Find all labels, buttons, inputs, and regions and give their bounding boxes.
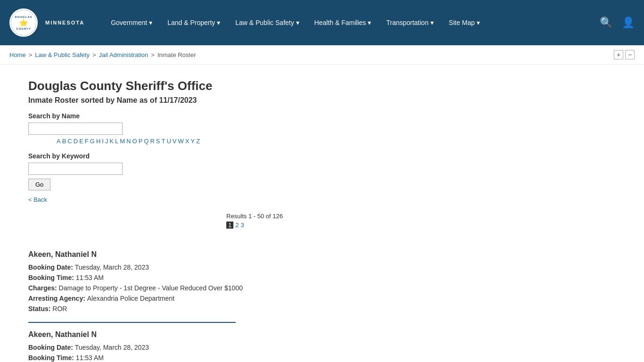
breadcrumb-home[interactable]: Home — [9, 51, 26, 58]
booking-date-label-1: Booking Date: — [28, 344, 75, 351]
alpha-link-o[interactable]: O — [132, 138, 137, 145]
status-field-0: Status: ROR — [28, 305, 396, 313]
back-link[interactable]: < Back — [28, 196, 396, 203]
alpha-link-h[interactable]: H — [96, 138, 100, 145]
booking-date-field-0: Booking Date: Tuesday, March 28, 2023 — [28, 263, 396, 271]
search-keyword-label: Search by Keyword — [28, 152, 396, 160]
record-divider-0 — [28, 322, 236, 323]
alpha-link-z[interactable]: Z — [196, 138, 200, 145]
zoom-out-button[interactable]: − — [625, 50, 635, 59]
main-nav: Government ▾Land & Property ▾Law & Publi… — [103, 0, 600, 45]
main-content: Douglas County Sheriff's Office Inmate R… — [0, 65, 424, 362]
booking-time-value-0: 11:53 AM — [76, 274, 104, 281]
breadcrumb: Home > Law & Public Safety > Jail Admini… — [0, 45, 644, 65]
page-num-2[interactable]: 2 — [235, 222, 239, 229]
alpha-link-g[interactable]: G — [90, 138, 95, 145]
alpha-link-l[interactable]: L — [115, 138, 118, 145]
search-icon[interactable]: 🔍 — [600, 16, 612, 29]
nav-item-transportation[interactable]: Transportation ▾ — [379, 0, 441, 45]
charges-label-0: Charges: — [28, 284, 59, 292]
inmate-name-0: Akeen, Nathaniel N — [28, 250, 396, 259]
inmate-record-1: Akeen, Nathaniel NBooking Date: Tuesday,… — [28, 330, 396, 362]
status-label-0: Status: — [28, 305, 52, 313]
results-info: Results 1 - 50 of 126 1 2 3 — [226, 213, 283, 229]
page-num-3[interactable]: 3 — [240, 222, 244, 229]
header-icons: 🔍 👤 — [600, 16, 635, 29]
alpha-link-n[interactable]: N — [126, 138, 131, 145]
nav-item-site-map[interactable]: Site Map ▾ — [441, 0, 487, 45]
logo-area[interactable]: DOUGLAS ⭐ COUNTY MINNESOTA — [9, 8, 84, 37]
search-name-input[interactable] — [28, 123, 123, 135]
booking-time-label-1: Booking Time: — [28, 354, 76, 362]
alpha-link-m[interactable]: M — [120, 138, 125, 145]
alphabet-links: A B C D E F G H I J K L M N O P Q R S T … — [57, 138, 396, 145]
alpha-link-x[interactable]: X — [185, 138, 190, 145]
booking-date-label-0: Booking Date: — [28, 263, 75, 271]
breadcrumb-law[interactable]: Law & Public Safety — [35, 51, 90, 58]
arresting-agency-label-0: Arresting Agency: — [28, 295, 87, 302]
arresting-agency-field-0: Arresting Agency: Alexandria Police Depa… — [28, 295, 396, 302]
alpha-link-u[interactable]: U — [166, 138, 171, 145]
inmate-name-1: Akeen, Nathaniel N — [28, 330, 396, 339]
booking-date-value-1: Tuesday, March 28, 2023 — [75, 344, 149, 351]
alpha-link-j[interactable]: J — [105, 138, 108, 145]
alpha-link-k[interactable]: K — [109, 138, 114, 145]
user-icon[interactable]: 👤 — [622, 16, 635, 29]
booking-date-value-0: Tuesday, March 28, 2023 — [75, 263, 149, 271]
status-value-0: ROR — [52, 305, 67, 313]
logo-circle: DOUGLAS ⭐ COUNTY — [9, 8, 38, 37]
alpha-link-p[interactable]: P — [139, 138, 143, 145]
alpha-link-c[interactable]: C — [67, 138, 72, 145]
booking-time-label-0: Booking Time: — [28, 274, 76, 281]
zoom-in-button[interactable]: + — [614, 50, 623, 59]
breadcrumb-left: Home > Law & Public Safety > Jail Admini… — [9, 51, 196, 58]
go-button[interactable]: Go — [28, 179, 50, 190]
search-name-label: Search by Name — [28, 112, 396, 120]
alpha-link-i[interactable]: I — [102, 138, 104, 145]
booking-date-field-1: Booking Date: Tuesday, March 28, 2023 — [28, 344, 396, 351]
alpha-link-q[interactable]: Q — [144, 138, 149, 145]
nav-item-government[interactable]: Government ▾ — [103, 0, 160, 45]
alpha-link-a[interactable]: A — [57, 138, 61, 145]
alpha-link-s[interactable]: S — [156, 138, 160, 145]
nav-item-law-&-public-safety[interactable]: Law & Public Safety ▾ — [228, 0, 306, 45]
alpha-link-b[interactable]: B — [62, 138, 66, 145]
page-num-1[interactable]: 1 — [226, 222, 233, 229]
nav-item-health-&-families[interactable]: Health & Families ▾ — [307, 0, 379, 45]
search-keyword-input[interactable] — [28, 163, 123, 175]
inmates-list: Akeen, Nathaniel NBooking Date: Tuesday,… — [28, 250, 396, 362]
alpha-link-e[interactable]: E — [79, 138, 83, 145]
charges-value-0: Damage to Property - 1st Degree - Value … — [59, 284, 243, 292]
nav-item-land-&-property[interactable]: Land & Property ▾ — [160, 0, 228, 45]
alpha-link-r[interactable]: R — [150, 138, 154, 145]
charges-field-0: Charges: Damage to Property - 1st Degree… — [28, 284, 396, 292]
alpha-link-v[interactable]: V — [173, 138, 177, 145]
inmate-record-0: Akeen, Nathaniel NBooking Date: Tuesday,… — [28, 250, 396, 313]
alpha-link-y[interactable]: Y — [190, 138, 195, 145]
page-subtitle: Inmate Roster sorted by Name as of 11/17… — [28, 96, 396, 105]
booking-time-field-1: Booking Time: 11:53 AM — [28, 354, 396, 362]
brand-name: MINNESOTA — [45, 20, 84, 25]
arresting-agency-value-0: Alexandria Police Department — [87, 295, 174, 302]
alpha-link-w[interactable]: W — [178, 138, 184, 145]
page-title: Douglas County Sheriff's Office — [28, 79, 396, 93]
results-area: Results 1 - 50 of 126 1 2 3 — [28, 213, 396, 231]
alpha-link-t[interactable]: T — [162, 138, 165, 145]
booking-time-value-1: 11:53 AM — [76, 354, 104, 362]
results-text: Results 1 - 50 of 126 — [226, 213, 283, 220]
site-header: DOUGLAS ⭐ COUNTY MINNESOTA Government ▾L… — [0, 0, 644, 45]
alpha-link-d[interactable]: D — [74, 138, 78, 145]
zoom-controls: + − — [614, 50, 635, 59]
breadcrumb-current: Inmate Roster — [157, 51, 196, 58]
pagination: 1 2 3 — [226, 222, 283, 229]
breadcrumb-jail[interactable]: Jail Administration — [99, 51, 149, 58]
alpha-link-f[interactable]: F — [85, 138, 89, 145]
booking-time-field-0: Booking Time: 11:53 AM — [28, 274, 396, 281]
